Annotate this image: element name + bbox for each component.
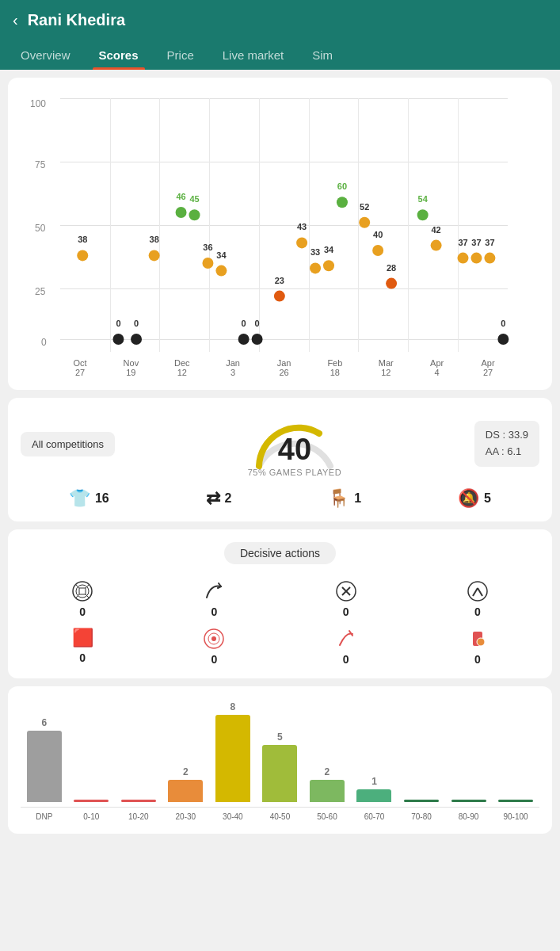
y-label-25: 25 <box>35 286 45 297</box>
gauge-games-played: 75% GAMES PLAYED <box>248 468 341 477</box>
bar-xlabel-10-20: 10-20 <box>121 812 156 821</box>
goal-icon <box>71 580 93 602</box>
bar-label-value-dnp: 6 <box>41 717 47 728</box>
bar-10-20 <box>121 800 156 802</box>
stats-row-main: All competitions 40 75% GAMES PLAYED DS … <box>21 411 539 477</box>
bar-80-90 <box>451 800 486 802</box>
point-dec-46 <box>176 207 187 218</box>
miss-count: 0 <box>343 653 349 666</box>
ds-value: DS : 33.9 <box>486 427 528 444</box>
page-title: Rani Khedira <box>28 11 125 29</box>
bar-20-30 <box>168 780 203 802</box>
tab-bar: Overview Scores Price Live market Sim <box>0 40 560 70</box>
bar-xlabel-60-70: 60-70 <box>356 812 391 821</box>
bar-30-40 <box>215 715 250 802</box>
save-count: 0 <box>474 605 481 618</box>
label-feb-33: 33 <box>310 247 320 257</box>
label-nov-0b: 0 <box>134 319 139 328</box>
bar-xlabel-20-30: 20-30 <box>168 812 203 821</box>
bar-xlabel-80-90: 80-90 <box>451 812 486 821</box>
competition-badge[interactable]: All competitions <box>21 432 115 456</box>
action-foul: 0 <box>284 580 408 618</box>
assist-count: 0 <box>211 605 217 618</box>
action-save: 0 <box>416 580 539 618</box>
bar-60-70 <box>356 789 391 802</box>
own-goal-count: 0 <box>211 653 217 666</box>
yellow-card-count: 0 <box>474 653 481 666</box>
bar-xlabel-dnp: DNP <box>27 812 62 821</box>
actions-grid-row2: 🟥 0 0 0 0 <box>21 628 539 666</box>
label-jan3-0b: 0 <box>255 319 260 328</box>
label-nov-0a: 0 <box>116 319 120 328</box>
bar-col-10-20 <box>121 699 156 802</box>
action-own-goal: 0 <box>152 628 276 666</box>
point-jan26-23 <box>274 291 285 302</box>
point-dec-34 <box>215 265 227 277</box>
point-dec-36 <box>202 258 213 269</box>
x-label-oct27: Oct27 <box>60 358 100 377</box>
bar-xlabel-0-10: 0-10 <box>74 812 109 821</box>
point-jan3-0b <box>252 334 263 345</box>
bar-chart-card: 6 2 8 5 2 <box>8 686 552 834</box>
label-dec-45: 45 <box>189 194 199 204</box>
bar-col-50-60: 2 <box>310 766 345 802</box>
back-button[interactable]: ‹ <box>13 11 18 29</box>
label-apr4-54: 54 <box>418 194 429 204</box>
icons-row: 👕 16 ⇄ 2 🪑 1 🔕 5 <box>21 488 539 509</box>
bar-xlabel-40-50: 40-50 <box>262 812 297 821</box>
tab-scores[interactable]: Scores <box>85 40 153 70</box>
point-mar-28 <box>386 278 397 289</box>
tab-price[interactable]: Price <box>153 40 208 70</box>
bar-col-70-80 <box>404 699 439 802</box>
tab-overview[interactable]: Overview <box>6 40 85 70</box>
label-feb-60: 60 <box>337 181 347 191</box>
bench-icon: 🪑 <box>328 488 349 509</box>
icon-stat-shirt: 👕 16 <box>69 488 109 509</box>
chart-svg: 38 0 0 38 46 45 36 34 0 <box>60 98 508 352</box>
x-label-apr27: Apr27 <box>468 358 508 377</box>
svg-point-15 <box>211 636 216 641</box>
bar-xlabel-70-80: 70-80 <box>404 812 439 821</box>
action-assist: 0 <box>152 580 276 618</box>
bar-0-10 <box>74 800 109 802</box>
bar-xlabel-30-40: 30-40 <box>215 812 250 821</box>
transfer-count: 2 <box>225 491 232 506</box>
bar-chart-area: 6 2 8 5 2 <box>21 699 539 802</box>
chart-wrapper: 100 75 50 25 0 38 <box>21 90 539 377</box>
point-feb-60 <box>337 197 348 208</box>
point-nov-0a <box>112 334 124 345</box>
x-label-jan3: Jan3 <box>213 358 253 377</box>
svg-line-12 <box>478 588 482 596</box>
bar-col-60-70: 1 <box>356 776 391 802</box>
decisive-actions-title: Decisive actions <box>224 542 336 564</box>
label-nov-38: 38 <box>150 235 159 244</box>
label-apr27-37a: 37 <box>458 238 467 247</box>
bar-col-40-50: 5 <box>262 731 297 802</box>
header: ‹ Rani Khedira <box>0 0 560 40</box>
tab-sim[interactable]: Sim <box>298 40 347 70</box>
aa-value: AA : 6.1 <box>486 444 528 460</box>
bar-col-0-10 <box>74 699 109 802</box>
point-oct27-38 <box>77 250 88 261</box>
bar-col-30-40: 8 <box>215 701 250 802</box>
x-label-apr4: Apr4 <box>417 358 457 377</box>
actions-grid-row1: 0 0 0 0 <box>21 580 539 618</box>
absent-count: 5 <box>484 491 491 506</box>
label-dec-36: 36 <box>203 243 212 252</box>
gauge-score-wrap: 40 75% GAMES PLAYED <box>248 434 341 477</box>
shirt-count: 16 <box>95 491 109 506</box>
label-jan3-0a: 0 <box>242 319 246 328</box>
transfer-icon: ⇄ <box>206 488 220 509</box>
point-feb-33 <box>310 262 321 273</box>
bench-count: 1 <box>354 491 361 506</box>
point-mar-52 <box>359 217 370 228</box>
action-yellow-card: 0 <box>416 628 539 666</box>
action-red-card: 🟥 0 <box>21 628 144 666</box>
ds-aa-box: DS : 33.9 AA : 6.1 <box>474 421 539 467</box>
label-oct27-38: 38 <box>78 235 87 244</box>
scatter-chart-card: 100 75 50 25 0 38 <box>8 78 552 390</box>
point-feb-43 <box>296 237 307 248</box>
point-dec-45 <box>189 209 200 220</box>
stats-card: All competitions 40 75% GAMES PLAYED DS … <box>8 398 552 521</box>
tab-live-market[interactable]: Live market <box>208 40 299 70</box>
